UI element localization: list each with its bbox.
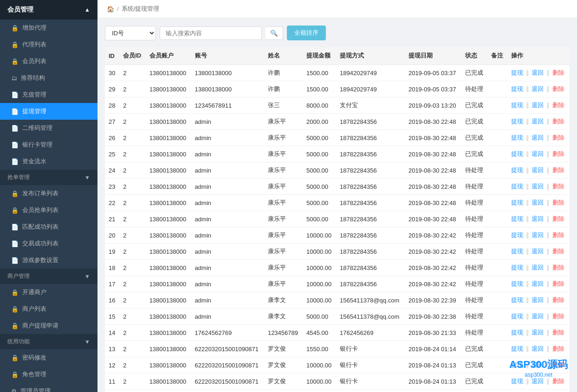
action-refund[interactable]: 退回: [532, 231, 544, 238]
cell-member-account: 13800138000: [146, 97, 191, 114]
action-withdraw[interactable]: 提现: [511, 134, 523, 141]
action-delete[interactable]: 删除: [552, 248, 564, 255]
action-delete[interactable]: 删除: [552, 231, 564, 238]
action-refund[interactable]: 退回: [532, 215, 544, 222]
action-delete[interactable]: 删除: [552, 280, 564, 287]
action-refund[interactable]: 退回: [532, 102, 544, 109]
action-withdraw[interactable]: 提现: [511, 69, 523, 76]
action-withdraw[interactable]: 提现: [511, 231, 523, 238]
sidebar-item-recharge[interactable]: 📄 充值管理: [0, 86, 97, 103]
filter-select[interactable]: ID号 会员ID 账号 姓名: [105, 26, 156, 40]
action-withdraw[interactable]: 提现: [511, 313, 523, 320]
sidebar-item-admin-manage[interactable]: ⚙ 管理员管理: [0, 383, 97, 392]
sort-button[interactable]: 全额排序: [287, 26, 326, 40]
action-withdraw[interactable]: 提现: [511, 102, 523, 109]
action-refund[interactable]: 退回: [532, 183, 544, 190]
sidebar-member-group-header[interactable]: 会员管理 ▲: [0, 0, 97, 19]
search-button[interactable]: 🔍: [266, 26, 283, 40]
cell-name: 罗文俊: [264, 357, 303, 373]
action-delete[interactable]: 删除: [552, 69, 564, 76]
action-refund[interactable]: 退回: [532, 118, 544, 125]
sidebar-merchant-group-header[interactable]: 商户管理 ▼: [0, 269, 97, 284]
action-refund[interactable]: 退回: [532, 378, 544, 385]
cell-actions: 提现 ‖ 退回 ‖ 删除: [507, 114, 570, 130]
sidebar-item-agent-list[interactable]: 🔒 代理列表: [0, 36, 97, 53]
action-withdraw[interactable]: 提现: [511, 215, 523, 222]
sidebar-item-bank-card[interactable]: 📄 银行卡管理: [0, 136, 97, 153]
action-delete[interactable]: 删除: [552, 167, 564, 174]
action-refund[interactable]: 退回: [532, 150, 544, 157]
action-delete[interactable]: 删除: [552, 215, 564, 222]
sidebar-merchant-group-label: 商户管理: [7, 272, 30, 280]
action-refund[interactable]: 退回: [532, 199, 544, 206]
sidebar-item-recommend-structure[interactable]: 🗂 推荐结构: [0, 70, 97, 86]
action-refund[interactable]: 退回: [532, 345, 544, 352]
action-withdraw[interactable]: 提现: [511, 296, 523, 303]
sidebar-item-label: 二维码管理: [22, 124, 52, 132]
action-withdraw[interactable]: 提现: [511, 118, 523, 125]
sidebar-item-withdraw[interactable]: 📄 提现管理: [0, 103, 97, 120]
action-refund[interactable]: 退回: [532, 85, 544, 92]
sidebar-system-group-header[interactable]: 统用功能 ▼: [0, 334, 97, 349]
cell-id: 26: [105, 130, 119, 146]
sidebar-item-merchant-withdraw[interactable]: 🔒 商户提现申请: [0, 317, 97, 334]
sidebar-item-password[interactable]: 🔒 密码修改: [0, 349, 97, 366]
action-delete[interactable]: 删除: [552, 183, 564, 190]
action-withdraw[interactable]: 提现: [511, 167, 523, 174]
action-delete[interactable]: 删除: [552, 345, 564, 352]
main-content: 🏠 / 系统/提现管理 ID号 会员ID 账号 姓名 🔍 全额排序 ID 会员I…: [97, 0, 577, 392]
action-withdraw[interactable]: 提现: [511, 85, 523, 92]
action-withdraw[interactable]: 提现: [511, 183, 523, 190]
action-refund[interactable]: 退回: [532, 296, 544, 303]
action-withdraw[interactable]: 提现: [511, 378, 523, 385]
action-delete[interactable]: 删除: [552, 296, 564, 303]
action-delete[interactable]: 删除: [552, 102, 564, 109]
action-refund[interactable]: 退回: [532, 361, 544, 368]
action-refund[interactable]: 退回: [532, 167, 544, 174]
sidebar-item-member-list[interactable]: 🔒 会员列表: [0, 53, 97, 70]
action-delete[interactable]: 删除: [552, 264, 564, 271]
action-delete[interactable]: 删除: [552, 361, 564, 368]
action-refund[interactable]: 退回: [532, 248, 544, 255]
cell-actions: 提现 ‖ 退回 ‖ 删除: [507, 65, 570, 81]
sidebar-item-merchant-list[interactable]: 🔒 商户列表: [0, 301, 97, 317]
action-delete[interactable]: 删除: [552, 134, 564, 141]
sidebar-item-qrcode[interactable]: 📄 二维码管理: [0, 120, 97, 136]
action-refund[interactable]: 退回: [532, 280, 544, 287]
sidebar-item-trade-success[interactable]: 📄 交易成功列表: [0, 235, 97, 252]
action-refund[interactable]: 退回: [532, 264, 544, 271]
action-withdraw[interactable]: 提现: [511, 264, 523, 271]
action-withdraw[interactable]: 提现: [511, 199, 523, 206]
sidebar-item-role-manage[interactable]: 🔒 角色管理: [0, 366, 97, 383]
sidebar-item-member-grab[interactable]: 🔒 会员抢单列表: [0, 202, 97, 218]
sidebar-item-open-merchant[interactable]: 🔒 开通商户: [0, 284, 97, 301]
action-delete[interactable]: 删除: [552, 313, 564, 320]
sidebar-item-publish-order[interactable]: 🔒 发布订单列表: [0, 185, 97, 202]
action-refund[interactable]: 退回: [532, 69, 544, 76]
action-withdraw[interactable]: 提现: [511, 345, 523, 352]
sidebar-item-game-params[interactable]: 📄 游戏参数设置: [0, 252, 97, 269]
cell-name: 康乐平: [264, 211, 303, 227]
action-delete[interactable]: 删除: [552, 150, 564, 157]
action-delete[interactable]: 删除: [552, 118, 564, 125]
breadcrumb-home-icon[interactable]: 🏠: [107, 6, 114, 13]
action-withdraw[interactable]: 提现: [511, 280, 523, 287]
action-withdraw[interactable]: 提现: [511, 150, 523, 157]
action-delete[interactable]: 删除: [552, 199, 564, 206]
action-withdraw[interactable]: 提现: [511, 361, 523, 368]
action-refund[interactable]: 退回: [532, 134, 544, 141]
cell-name: 康乐平: [264, 114, 303, 130]
action-refund[interactable]: 退回: [532, 313, 544, 320]
action-delete[interactable]: 删除: [552, 85, 564, 92]
action-refund[interactable]: 退回: [532, 329, 544, 336]
table-row: 26 2 13800138000 admin 康乐平 5000.00 18782…: [105, 130, 570, 146]
action-delete[interactable]: 删除: [552, 378, 564, 385]
sidebar-item-match-success[interactable]: 📄 匹配成功列表: [0, 218, 97, 235]
search-input[interactable]: [160, 26, 262, 40]
sidebar-item-add-agent[interactable]: 🔒 增加代理: [0, 19, 97, 36]
sidebar-grab-group-header[interactable]: 抢单管理 ▼: [0, 170, 97, 185]
action-delete[interactable]: 删除: [552, 329, 564, 336]
action-withdraw[interactable]: 提现: [511, 248, 523, 255]
action-withdraw[interactable]: 提现: [511, 329, 523, 336]
sidebar-item-fund-flow[interactable]: 📄 资金流水: [0, 153, 97, 170]
